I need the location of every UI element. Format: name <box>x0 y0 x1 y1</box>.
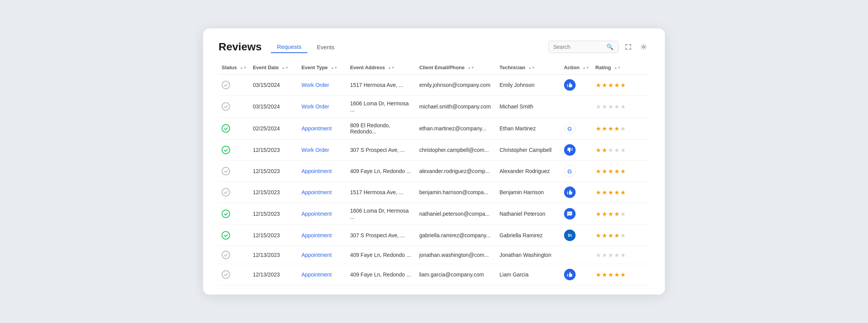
star-empty-icon[interactable]: ★ <box>614 147 619 154</box>
search-input[interactable] <box>553 44 603 50</box>
event-type-link[interactable]: Work Order <box>301 82 329 88</box>
cell-type[interactable]: Work Order <box>298 75 347 96</box>
cell-type[interactable]: Appointment <box>298 264 347 285</box>
cell-rating[interactable]: ★★★★★ <box>593 225 649 246</box>
google-icon[interactable]: G <box>564 165 576 177</box>
star-filled-icon[interactable]: ★ <box>602 210 607 218</box>
star-empty-icon[interactable]: ★ <box>596 251 601 259</box>
star-filled-icon[interactable]: ★ <box>614 232 619 239</box>
cell-type[interactable]: Appointment <box>298 161 347 182</box>
star-filled-icon[interactable]: ★ <box>608 189 613 196</box>
cell-type[interactable]: Appointment <box>298 118 347 140</box>
expand-button[interactable] <box>623 42 634 52</box>
star-empty-icon[interactable]: ★ <box>614 251 619 259</box>
event-type-link[interactable]: Appointment <box>301 271 332 278</box>
star-filled-icon[interactable]: ★ <box>596 232 601 239</box>
star-empty-icon[interactable]: ★ <box>608 147 613 154</box>
star-empty-icon[interactable]: ★ <box>620 125 626 132</box>
cell-type[interactable]: Appointment <box>298 246 347 264</box>
star-rating[interactable]: ★★★★★ <box>596 251 646 259</box>
star-empty-icon[interactable]: ★ <box>602 103 607 110</box>
star-empty-icon[interactable]: ★ <box>608 251 613 259</box>
star-rating[interactable]: ★★★★★ <box>596 82 646 89</box>
star-filled-icon[interactable]: ★ <box>608 271 613 278</box>
star-rating[interactable]: ★★★★★ <box>596 271 646 278</box>
star-filled-icon[interactable]: ★ <box>596 271 601 278</box>
thumbup-icon[interactable] <box>564 269 576 280</box>
star-filled-icon[interactable]: ★ <box>614 125 619 132</box>
star-rating[interactable]: ★★★★★ <box>596 103 646 110</box>
star-filled-icon[interactable]: ★ <box>602 125 607 132</box>
event-type-link[interactable]: Appointment <box>301 189 332 195</box>
cell-type[interactable]: Work Order <box>298 140 347 161</box>
star-filled-icon[interactable]: ★ <box>608 168 613 175</box>
star-empty-icon[interactable]: ★ <box>620 251 626 259</box>
cell-rating[interactable]: ★★★★★ <box>593 140 649 161</box>
star-filled-icon[interactable]: ★ <box>596 82 601 89</box>
star-filled-icon[interactable]: ★ <box>614 210 619 218</box>
sort-icon-tech[interactable]: ▲▼ <box>528 66 535 70</box>
sort-icon-email[interactable]: ▲▼ <box>467 66 474 70</box>
thumbup-icon[interactable] <box>564 79 576 91</box>
star-empty-icon[interactable]: ★ <box>620 147 626 154</box>
star-filled-icon[interactable]: ★ <box>608 125 613 132</box>
star-filled-icon[interactable]: ★ <box>602 271 607 278</box>
event-type-link[interactable]: Appointment <box>301 211 332 217</box>
star-filled-icon[interactable]: ★ <box>620 82 626 89</box>
settings-button[interactable] <box>638 42 649 52</box>
event-type-link[interactable]: Appointment <box>301 232 332 238</box>
star-empty-icon[interactable]: ★ <box>596 103 601 110</box>
star-empty-icon[interactable]: ★ <box>608 103 613 110</box>
chat-icon[interactable] <box>564 208 576 220</box>
cell-rating[interactable]: ★★★★★ <box>593 203 649 225</box>
star-filled-icon[interactable]: ★ <box>602 147 607 154</box>
cell-rating[interactable]: ★★★★★ <box>593 118 649 140</box>
star-filled-icon[interactable]: ★ <box>596 210 601 218</box>
star-filled-icon[interactable]: ★ <box>620 271 626 278</box>
star-filled-icon[interactable]: ★ <box>596 147 601 154</box>
cell-rating[interactable]: ★★★★★ <box>593 75 649 96</box>
sort-icon-date[interactable]: ▲▼ <box>282 66 289 70</box>
sort-icon-address[interactable]: ▲▼ <box>388 66 395 70</box>
star-filled-icon[interactable]: ★ <box>596 168 601 175</box>
event-type-link[interactable]: Work Order <box>301 147 329 153</box>
sort-icon-rating[interactable]: ▲▼ <box>614 66 621 70</box>
sort-icon-status[interactable]: ▲▼ <box>240 66 247 70</box>
cell-type[interactable]: Work Order <box>298 96 347 118</box>
star-empty-icon[interactable]: ★ <box>614 103 619 110</box>
sort-icon-type[interactable]: ▲▼ <box>331 66 337 70</box>
star-empty-icon[interactable]: ★ <box>602 251 607 259</box>
cell-type[interactable]: Appointment <box>298 225 347 246</box>
star-filled-icon[interactable]: ★ <box>614 82 619 89</box>
tab-events[interactable]: Events <box>310 42 341 53</box>
cell-type[interactable]: Appointment <box>298 182 347 203</box>
tab-requests[interactable]: Requests <box>271 41 307 53</box>
star-rating[interactable]: ★★★★★ <box>596 210 646 218</box>
cell-rating[interactable]: ★★★★★ <box>593 96 649 118</box>
star-empty-icon[interactable]: ★ <box>620 210 626 218</box>
google-icon[interactable]: G <box>564 123 576 134</box>
star-filled-icon[interactable]: ★ <box>602 232 607 239</box>
star-rating[interactable]: ★★★★★ <box>596 189 646 196</box>
cell-rating[interactable]: ★★★★★ <box>593 246 649 264</box>
star-filled-icon[interactable]: ★ <box>614 168 619 175</box>
star-filled-icon[interactable]: ★ <box>620 168 626 175</box>
star-filled-icon[interactable]: ★ <box>614 271 619 278</box>
event-type-link[interactable]: Work Order <box>301 103 329 110</box>
star-rating[interactable]: ★★★★★ <box>596 232 646 239</box>
star-empty-icon[interactable]: ★ <box>620 232 626 239</box>
thumbdown-icon[interactable] <box>564 144 576 156</box>
star-rating[interactable]: ★★★★★ <box>596 147 646 154</box>
star-filled-icon[interactable]: ★ <box>608 82 613 89</box>
cell-type[interactable]: Appointment <box>298 203 347 225</box>
event-type-link[interactable]: Appointment <box>301 168 332 174</box>
cell-rating[interactable]: ★★★★★ <box>593 264 649 285</box>
star-filled-icon[interactable]: ★ <box>602 189 607 196</box>
event-type-link[interactable]: Appointment <box>301 252 332 258</box>
star-filled-icon[interactable]: ★ <box>608 210 613 218</box>
linkedin-icon[interactable]: in <box>564 230 576 241</box>
star-filled-icon[interactable]: ★ <box>602 168 607 175</box>
star-filled-icon[interactable]: ★ <box>596 189 601 196</box>
star-filled-icon[interactable]: ★ <box>602 82 607 89</box>
star-empty-icon[interactable]: ★ <box>620 103 626 110</box>
